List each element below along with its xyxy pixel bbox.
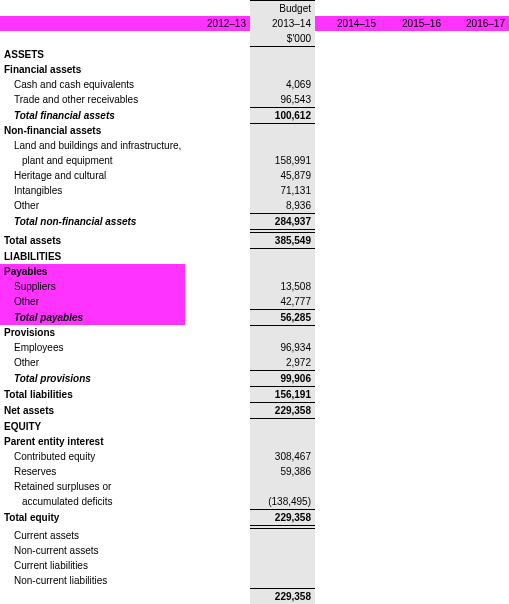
section-liabilities: LIABILITIES	[0, 249, 509, 264]
row-heritage: Heritage and cultural45,879	[0, 168, 509, 183]
year-2015-16: 2015–16	[380, 16, 445, 31]
row-employees: Employees96,934	[0, 340, 509, 355]
row-nf-other: Other8,936	[0, 198, 509, 214]
row-final: 229,358	[0, 588, 509, 604]
row-payables: Payables	[0, 264, 509, 279]
row-provisions: Provisions	[0, 325, 509, 340]
row-financial-assets: Financial assets	[0, 62, 509, 77]
row-cash: Cash and cash equivalents4,069	[0, 77, 509, 92]
header-row-unit: $'000	[0, 31, 509, 47]
section-equity: EQUITY	[0, 419, 509, 434]
year-2012-13: 2012–13	[185, 16, 250, 31]
balance-sheet-table: Budget 2012–13 2013–14 2014–15 2015–16 2…	[0, 0, 509, 604]
row-suppliers: Suppliers13,508	[0, 279, 509, 294]
row-noncurrent-assets: Non-current assets	[0, 543, 509, 558]
row-total-provisions: Total provisions99,906	[0, 371, 509, 387]
year-2014-15: 2014–15	[315, 16, 380, 31]
row-net-assets: Net assets229,358	[0, 403, 509, 419]
header-row-years: 2012–13 2013–14 2014–15 2015–16 2016–17	[0, 16, 509, 31]
row-lbi-2: plant and equipment158,991	[0, 153, 509, 168]
row-prov-other: Other2,972	[0, 355, 509, 371]
header-row-budget: Budget	[0, 1, 509, 17]
budget-label: Budget	[250, 1, 315, 17]
row-retained-2: accumulated deficits(138,495)	[0, 494, 509, 510]
row-nonfinancial-assets: Non-financial assets	[0, 123, 509, 138]
year-2013-14: 2013–14	[250, 16, 315, 31]
row-current-assets: Current assets	[0, 528, 509, 543]
row-parent-interest: Parent entity interest	[0, 434, 509, 449]
row-lbi-1: Land and buildings and infrastructure,	[0, 138, 509, 153]
row-intangibles: Intangibles71,131	[0, 183, 509, 198]
row-receivables: Trade and other receivables96,543	[0, 92, 509, 108]
row-total-liabilities: Total liabilities156,191	[0, 387, 509, 403]
row-total-nonfinancial: Total non-financial assets284,937	[0, 214, 509, 230]
row-reserves: Reserves59,386	[0, 464, 509, 479]
row-pay-other: Other42,777	[0, 294, 509, 310]
section-assets: ASSETS	[0, 47, 509, 62]
row-total-equity: Total equity229,358	[0, 509, 509, 525]
year-2016-17: 2016–17	[445, 16, 509, 31]
row-total-payables: Total payables56,285	[0, 309, 509, 325]
row-total-assets: Total assets385,549	[0, 233, 509, 249]
unit-label: $'000	[250, 31, 315, 47]
row-contributed: Contributed equity308,467	[0, 449, 509, 464]
row-current-liab: Current liabilities	[0, 558, 509, 573]
row-retained-1: Retained surpluses or	[0, 479, 509, 494]
row-total-financial: Total financial assets100,612	[0, 107, 509, 123]
row-noncurrent-liab: Non-current liabilities	[0, 573, 509, 588]
